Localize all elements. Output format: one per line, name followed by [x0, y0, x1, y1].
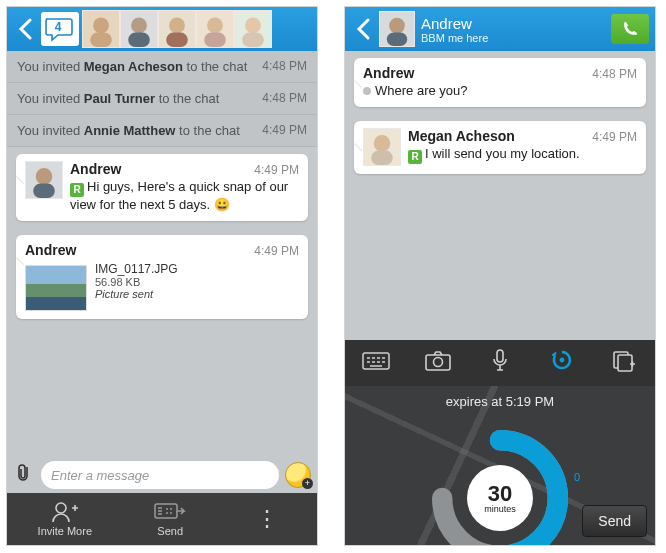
timestamp: 4:48 PM — [262, 91, 307, 106]
svg-point-24 — [170, 512, 172, 514]
svg-point-21 — [166, 508, 168, 510]
timestamp: 4:48 PM — [592, 67, 637, 81]
overflow-menu-icon[interactable]: ⋮ — [248, 506, 286, 532]
message-text: RHi guys, Here's a quick snap of our vie… — [70, 179, 299, 213]
voice-call-button[interactable] — [611, 14, 649, 44]
timestamp: 4:49 PM — [262, 123, 307, 138]
svg-point-14 — [245, 17, 261, 33]
svg-point-5 — [131, 17, 147, 33]
file-status: Picture sent — [95, 288, 178, 300]
microphone-icon[interactable] — [483, 349, 517, 377]
image-thumbnail[interactable] — [25, 265, 87, 311]
compose-bar: Enter a message — [7, 458, 317, 493]
back-button[interactable] — [347, 7, 379, 51]
svg-point-19 — [56, 503, 66, 513]
timestamp: 4:49 PM — [592, 130, 637, 144]
camera-icon[interactable] — [421, 351, 455, 375]
left-screen: 4 You invited Megan Acheson to the chat … — [6, 6, 318, 546]
svg-rect-12 — [204, 33, 226, 47]
svg-rect-27 — [387, 32, 407, 46]
svg-point-17 — [36, 168, 53, 185]
svg-point-2 — [93, 17, 109, 33]
timestamp: 4:48 PM — [262, 59, 307, 74]
file-name: IMG_0117.JPG — [95, 262, 178, 276]
contact-name: Andrew — [421, 15, 488, 32]
svg-point-11 — [207, 17, 223, 33]
footer: Enter a message Invite More Send ⋮ — [7, 458, 317, 545]
sender-avatar — [25, 161, 63, 199]
svg-point-35 — [560, 358, 564, 362]
status-badge-icon: R — [408, 150, 422, 164]
svg-rect-15 — [242, 33, 264, 47]
sender-name: Andrew — [363, 65, 414, 81]
contact-status: BBM me here — [421, 32, 488, 44]
delivery-status-icon — [363, 87, 371, 95]
svg-rect-9 — [166, 33, 188, 47]
file-attach-icon[interactable] — [607, 350, 641, 376]
sender-name: Andrew — [70, 161, 121, 177]
location-share-panel: expires at 5:19 PM 30 minutes 0 15 30 45… — [345, 386, 655, 545]
send-button[interactable]: Send — [153, 501, 187, 537]
timestamp: 4:49 PM — [254, 163, 299, 177]
sender-name: Megan Acheson — [408, 128, 515, 144]
right-screen: Andrew BBM me here Andrew 4:48 PM Where … — [344, 6, 656, 546]
system-notice: You invited Annie Matthew to the chat 4:… — [7, 115, 317, 147]
avatar[interactable] — [196, 10, 234, 48]
message-text: RI will send you my location. — [408, 146, 637, 164]
message-bubble[interactable]: Andrew 4:49 PM IMG_0117.JPG 56.98 KB Pic… — [16, 235, 308, 319]
status-badge-icon: R — [70, 183, 84, 197]
invite-more-button[interactable]: Invite More — [38, 501, 92, 537]
message-text: Where are you? — [363, 83, 637, 99]
svg-rect-30 — [371, 151, 393, 165]
svg-point-23 — [166, 512, 168, 514]
message-input[interactable]: Enter a message — [41, 461, 279, 489]
avatar[interactable] — [158, 10, 196, 48]
sender-avatar — [363, 128, 401, 166]
location-icon[interactable] — [545, 349, 579, 377]
emoji-picker-icon[interactable] — [285, 462, 311, 488]
svg-point-22 — [170, 508, 172, 510]
header: 4 — [7, 7, 317, 51]
svg-rect-18 — [33, 184, 55, 198]
svg-point-29 — [374, 135, 391, 152]
avatar[interactable] — [234, 10, 272, 48]
participant-count-chip[interactable]: 4 — [41, 12, 79, 46]
attachment-icon[interactable] — [13, 463, 35, 488]
svg-point-26 — [389, 18, 405, 34]
expiry-label: expires at 5:19 PM — [446, 394, 554, 409]
contact-avatar[interactable] — [379, 11, 415, 47]
message-bubble[interactable]: Andrew 4:48 PM Where are you? — [354, 58, 646, 107]
svg-rect-6 — [128, 33, 150, 47]
svg-point-8 — [169, 17, 185, 33]
svg-rect-37 — [618, 355, 632, 371]
svg-text:4: 4 — [55, 20, 62, 34]
system-notice: You invited Megan Acheson to the chat 4:… — [7, 51, 317, 83]
dial-tick-0: 0 — [574, 471, 580, 483]
keyboard-icon[interactable] — [359, 352, 393, 374]
sender-name: Andrew — [25, 242, 76, 258]
attachment-type-bar — [345, 340, 655, 386]
timestamp: 4:49 PM — [254, 244, 299, 258]
participant-avatars[interactable] — [82, 10, 272, 48]
send-location-button[interactable]: Send — [582, 505, 647, 537]
back-button[interactable] — [9, 7, 41, 51]
message-bubble[interactable]: Megan Acheson 4:49 PM RI will send you m… — [354, 121, 646, 174]
svg-point-33 — [434, 358, 443, 367]
system-notice: You invited Paul Turner to the chat 4:48… — [7, 83, 317, 115]
header: Andrew BBM me here — [345, 7, 655, 51]
avatar[interactable] — [82, 10, 120, 48]
duration-readout: 30 minutes — [467, 465, 533, 531]
duration-dial[interactable]: 30 minutes 0 15 30 45 — [415, 413, 585, 546]
toolbar: Invite More Send ⋮ — [7, 493, 317, 545]
svg-rect-3 — [90, 33, 112, 47]
svg-rect-34 — [497, 350, 503, 362]
avatar[interactable] — [120, 10, 158, 48]
message-bubble[interactable]: Andrew 4:49 PM RHi guys, Here's a quick … — [16, 154, 308, 221]
file-size: 56.98 KB — [95, 276, 178, 288]
